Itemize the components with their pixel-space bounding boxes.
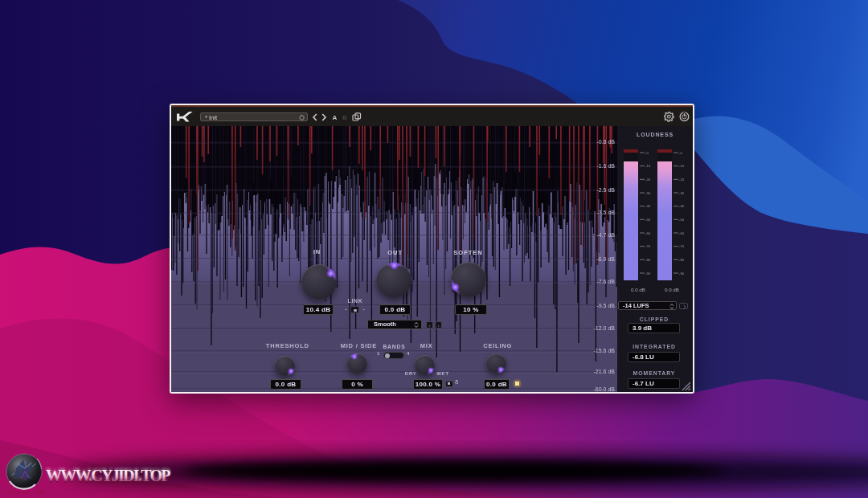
svg-text:-6.0 dB: -6.0 dB [596,256,615,262]
svg-text:-20: -20 [645,178,651,182]
svg-text:-10: -10 [645,164,651,168]
svg-text:0.0 dB: 0.0 dB [665,287,679,292]
svg-text:-21.6 dB: -21.6 dB [594,369,616,374]
svg-text:-80: -80 [645,258,651,262]
svg-text:-20: -20 [679,178,685,182]
svg-text:WWW.CYJIDI.TOP: WWW.CYJIDI.TOP [46,467,171,484]
svg-text:-60.0 dB: -60.0 dB [594,386,616,392]
svg-text:-12.0 dB: -12.0 dB [594,325,616,331]
svg-text:LLHAVEN···TOP··: LLHAVEN···TOP·· [5,490,47,495]
svg-text:-0.8 dB: -0.8 dB [596,139,615,145]
svg-text:-1.6 dB: -1.6 dB [596,163,615,169]
svg-text:-80: -80 [679,258,685,262]
svg-text:-40: -40 [679,204,685,208]
svg-text:-70: -70 [679,244,685,248]
svg-text:-70: -70 [645,244,651,248]
svg-text:B: B [342,114,347,121]
svg-text:-30: -30 [679,191,685,195]
svg-text:-2.5 dB: -2.5 dB [596,187,615,193]
svg-text:-90: -90 [645,271,651,276]
svg-text:-7.6 dB: -7.6 dB [596,279,615,284]
svg-text:-0: -0 [679,151,682,155]
svg-text:-40: -40 [645,204,651,208]
svg-text:-15.6 dB: -15.6 dB [594,348,616,353]
svg-text:-60: -60 [679,231,685,235]
svg-text:-60: -60 [645,231,651,235]
svg-text:A: A [333,114,338,121]
svg-text:-10: -10 [679,164,685,168]
svg-text:-4.7 dB: -4.7 dB [596,232,615,238]
svg-text:-9.5 dB: -9.5 dB [596,303,615,308]
svg-text:LOUDNESS: LOUDNESS [637,132,674,137]
svg-text:-50: -50 [679,218,685,222]
svg-text:-50: -50 [645,218,651,222]
svg-text:-90: -90 [679,271,685,276]
svg-text:-0: -0 [645,151,649,155]
svg-text:-3.5 dB: -3.5 dB [596,210,615,215]
svg-text:-30: -30 [645,191,651,195]
svg-text:0.0 dB: 0.0 dB [631,287,645,292]
